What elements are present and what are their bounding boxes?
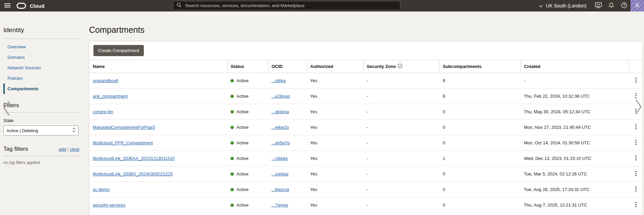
table-row: ManagedCompartmentForPaaSActive...elkw2q… [89,120,643,135]
compartment-name-link[interactable]: MulticloudLink_ODBG_20240305021225 [93,171,173,176]
sidebar-item-network-sources[interactable]: Network Sources [3,63,85,73]
main-content: Compartments Create Compartment Name Sta… [85,11,644,215]
tag-filters-title: Tag filters [3,146,28,152]
svg-text:i: i [400,64,401,68]
row-actions-kebab-button[interactable] [632,170,639,178]
row-actions-kebab-button[interactable] [632,77,639,85]
kebab-icon [635,203,637,208]
authorized-value: Yes [307,166,363,182]
status-active-dot [230,110,234,114]
security-zone-value: - [363,73,439,89]
identity-sidebar: Identity Overview Domains Network Source… [0,11,85,215]
expand-right-panel-button[interactable] [635,99,642,116]
status-active-dot [230,157,234,160]
authorized-value: Yes [307,151,363,166]
table-body: orpsandbox6Active...nlifeaYes-9-anil_com… [89,73,643,215]
search-icon [177,3,181,9]
table-row: security-servicesActive...7giyeqYes-0Thu… [89,197,643,213]
security-zone-value: - [363,182,439,197]
search-input[interactable] [184,3,397,8]
subcompartments-value: 0 [439,135,520,151]
created-value: Thu, Feb 22, 2024, 10:32:36 UTC [520,89,629,104]
ocid-link[interactable]: ...qkxkna [271,109,289,114]
sidebar-item-policies[interactable]: Policies [3,73,85,83]
sidebar-nav: Overview Domains Network Sources Policie… [3,42,85,94]
create-compartment-button[interactable]: Create Compartment [93,45,144,56]
tag-filter-add-link[interactable]: add [59,147,66,152]
cloud-shell-button[interactable] [592,0,605,11]
created-value: - [520,73,629,89]
subcompartments-value: 1 [439,151,520,166]
column-header-authorized: Authorized [307,60,363,73]
region-selector[interactable]: UK South (London) [539,3,586,8]
authorized-value: Yes [307,73,363,89]
compartment-name-link[interactable]: anil_compartment [93,94,128,99]
sidebar-title: Identity [3,26,85,34]
notifications-bell-icon [608,2,614,9]
security-zone-value: - [363,166,439,182]
sidebar-item-domains[interactable]: Domains [3,52,85,63]
help-button[interactable]: ? [618,0,630,11]
subcompartments-value: 0 [439,104,520,120]
ocid-link[interactable]: ...e26noq [271,94,290,99]
ocid-link[interactable]: ...ugi4pq [271,171,288,176]
collapse-left-panel-button[interactable] [3,100,10,117]
compartment-name-link[interactable]: sc-demo [93,187,110,192]
ocid-link[interactable]: ...6wxrsa [271,187,289,192]
ocid-link[interactable]: ...7giyeq [271,202,288,208]
created-value: Sun, Dec 29, 2024, 14:43:42 UTC [520,213,629,215]
created-value: Mon, Nov 27, 2023, 21:45:44 UTC [520,120,629,135]
compartment-name-link[interactable]: Multicloud_PFR_Compartment [93,140,153,145]
created-value: Tue, Aug 26, 2025, 17:33:31 UTC [520,182,629,197]
table-row: anil_compartmentActive...e26noqYes-6Thu,… [89,89,643,104]
state-filter-value: Active | Deleting [6,128,38,133]
subcompartments-value: 0 [439,213,520,215]
status-label: Active [237,109,248,114]
authorized-value: Yes [307,182,363,197]
authorized-value: Yes [307,120,363,135]
row-actions-kebab-button[interactable] [632,154,639,162]
row-actions-kebab-button[interactable] [632,123,639,131]
ocid-link[interactable]: ...elkw2q [271,125,289,130]
security-zone-value: - [363,104,439,120]
compartment-name-link[interactable]: MulticloudLink_ODBAA_20231213011510 [93,156,175,161]
table-header-row: Name Status OCID Authorized Security Zon… [89,60,643,73]
status-active-dot [230,126,234,129]
compartment-name-link[interactable]: cohere-llm [93,109,113,114]
user-menu-button[interactable] [630,0,644,11]
chevron-right-icon [635,111,642,116]
brand-home-link[interactable]: Cloud [17,3,45,9]
kebab-icon [635,79,637,84]
ocid-link[interactable]: ...nlifea [271,78,286,83]
security-zone-value: - [363,120,439,135]
status-label: Active [237,156,248,161]
compartment-name-link[interactable]: ManagedCompartmentForPaaS [93,125,155,130]
tag-filter-clear-link[interactable]: clear [70,147,80,152]
user-avatar-icon [635,3,640,9]
tag-filters-empty-text: no tag filters applied [3,160,80,165]
filters-title: Filters [3,102,80,109]
row-actions-kebab-button[interactable] [632,186,639,193]
status-label: Active [237,125,248,130]
row-actions-kebab-button[interactable] [632,201,639,209]
status-label: Active [237,202,248,208]
global-search-bar[interactable] [173,1,400,10]
sidebar-item-overview[interactable]: Overview [3,42,85,52]
ocid-link[interactable]: ...qn5a7q [271,140,290,145]
chevron-down-icon [539,3,543,8]
divider [3,112,80,113]
state-filter-select[interactable]: Active | Deleting [3,125,79,136]
compartment-name-link[interactable]: security-services [93,202,126,208]
status-active-dot [230,188,234,191]
status-label: Active [237,140,248,145]
row-actions-kebab-button[interactable] [632,139,639,147]
hamburger-menu-button[interactable] [3,0,12,11]
sidebar-item-compartments[interactable]: Compartments [3,83,85,94]
brand-label: Cloud [30,3,45,9]
info-icon[interactable]: i [398,64,402,69]
ocid-link[interactable]: ...rqfa4a [271,156,288,161]
created-value: Thu, May 30, 2024, 05:12:34 UTC [520,104,629,120]
column-header-created: Created [520,60,629,73]
compartment-name-link[interactable]: orpsandbox6 [93,78,118,83]
notifications-button[interactable] [605,0,618,11]
